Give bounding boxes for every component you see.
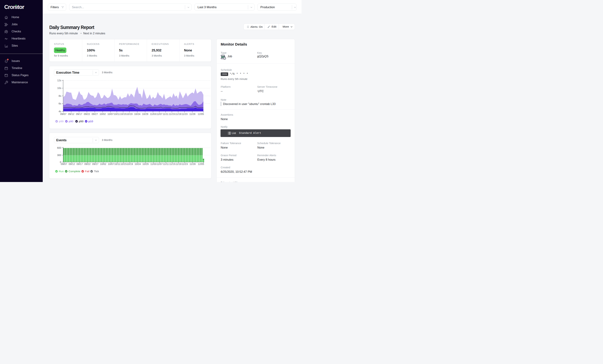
svg-text:09/22: 09/22 (84, 113, 90, 115)
svg-text:Complete: Complete (69, 170, 80, 173)
svg-text:09/17: 09/17 (77, 163, 83, 165)
svg-text:10/11: 10/11 (114, 113, 120, 115)
svg-text:Fail: Fail (85, 170, 90, 173)
svg-text:10/19: 10/19 (127, 163, 133, 165)
svg-text:09/27: 09/27 (92, 113, 98, 115)
svg-text:10/29: 10/29 (142, 163, 149, 165)
svg-text:p10: p10 (88, 120, 93, 123)
svg-text:11/11: 11/11 (163, 113, 169, 115)
svg-text:10/07: 10/07 (108, 163, 114, 165)
svg-text:10/29: 10/29 (142, 113, 148, 115)
svg-text:600: 600 (57, 147, 61, 149)
svg-text:11/07: 11/07 (157, 163, 163, 165)
svg-text:09/12: 09/12 (69, 163, 75, 165)
svg-text:10/24: 10/24 (134, 113, 140, 115)
svg-text:11/03: 11/03 (151, 163, 156, 165)
svg-text:11/11: 11/11 (163, 163, 169, 165)
svg-text:09/12: 09/12 (68, 113, 74, 115)
svg-text:p99: p99 (59, 120, 64, 123)
svg-text:11/15: 11/15 (169, 113, 175, 115)
svg-text:10/02: 10/02 (100, 113, 106, 115)
svg-text:11/15: 11/15 (169, 163, 175, 165)
svg-text:10/19: 10/19 (126, 113, 133, 115)
svg-text:11/19: 11/19 (175, 163, 181, 165)
svg-text:10/24: 10/24 (135, 163, 141, 165)
svg-text:11/23: 11/23 (182, 163, 188, 165)
svg-text:10/15: 10/15 (120, 163, 127, 165)
svg-text:4s: 4s (58, 110, 61, 113)
svg-text:300: 300 (57, 154, 61, 157)
svg-text:11/03: 11/03 (150, 113, 156, 115)
svg-text:p50: p50 (79, 120, 83, 123)
svg-text:Run: Run (59, 170, 64, 173)
svg-text:11/19: 11/19 (175, 113, 181, 115)
svg-text:09/07: 09/07 (61, 163, 67, 165)
svg-text:p90: p90 (69, 120, 73, 123)
svg-text:09/07: 09/07 (60, 113, 66, 115)
svg-text:11/07: 11/07 (156, 113, 162, 115)
svg-text:10/11: 10/11 (114, 163, 120, 165)
svg-text:8s: 8s (58, 94, 61, 97)
svg-text:09/22: 09/22 (84, 163, 91, 165)
svg-text:12s: 12s (57, 79, 61, 82)
svg-text:12/05: 12/05 (198, 163, 204, 165)
svg-text:10/07: 10/07 (107, 113, 114, 115)
svg-text:11/28: 11/28 (189, 113, 196, 115)
svg-text:09/27: 09/27 (92, 163, 98, 165)
svg-text:6s: 6s (58, 102, 61, 105)
svg-text:10s: 10s (57, 87, 61, 90)
svg-text:10/15: 10/15 (120, 113, 126, 115)
svg-text:09/17: 09/17 (76, 113, 82, 115)
svg-text:11/23: 11/23 (182, 113, 188, 115)
svg-text:11/28: 11/28 (190, 163, 196, 165)
svg-text:12/05: 12/05 (198, 113, 204, 115)
svg-text:10/02: 10/02 (100, 163, 106, 165)
svg-text:Tick: Tick (94, 170, 99, 173)
